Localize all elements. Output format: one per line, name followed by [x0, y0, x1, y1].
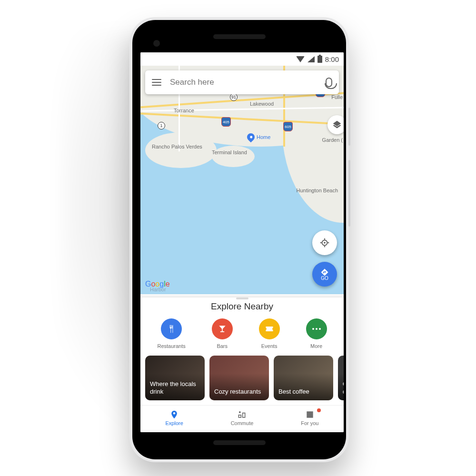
highway-shield: 405 [221, 117, 231, 127]
category-label: Events [261, 343, 278, 349]
home-pin[interactable]: Home [247, 133, 270, 141]
screen: 8:00 Manhattan Beach Compton Torrance La… [140, 52, 344, 432]
highway-shield: 1 [158, 122, 165, 129]
wifi-icon [296, 56, 305, 62]
go-label: GO [321, 276, 328, 281]
locate-button[interactable] [312, 230, 337, 255]
city-label: Huntington Beach [297, 188, 338, 193]
city-label: Rancho Palos Verdes [152, 144, 202, 149]
phone-frame: 8:00 Manhattan Beach Compton Torrance La… [129, 17, 349, 462]
status-time: 8:00 [325, 55, 339, 63]
map-canvas[interactable]: Manhattan Beach Compton Torrance Lakewoo… [140, 66, 344, 294]
city-label: Fulle [331, 94, 343, 100]
sheet-handle[interactable] [236, 298, 248, 299]
hamburger-menu-icon[interactable] [152, 79, 161, 86]
suggestion-card[interactable]: Cozy restaurants [209, 356, 269, 400]
category-more[interactable]: More [306, 318, 327, 349]
category-bars[interactable]: Bars [212, 318, 233, 349]
city-label: Lakewood [250, 101, 274, 107]
city-label: Terminal Island [212, 149, 247, 155]
category-restaurants[interactable]: Restaurants [157, 318, 185, 349]
svg-point-1 [324, 242, 326, 244]
pin-icon [169, 410, 179, 419]
highway-shield: 91 [230, 93, 238, 101]
category-label: Bars [217, 343, 228, 349]
search-input[interactable] [170, 78, 317, 87]
dots-icon [312, 328, 321, 330]
suggestion-card[interactable]: Ou dr [338, 356, 344, 400]
voice-search-icon[interactable] [326, 78, 332, 87]
ticket-icon [265, 324, 274, 334]
suggestion-card[interactable]: Best coffee [274, 356, 333, 400]
city-label: Garden ( [322, 137, 343, 143]
battery-icon [317, 56, 322, 63]
suggestion-card[interactable]: Where the locals drink [145, 356, 205, 400]
tab-for-you[interactable]: For you [276, 406, 344, 430]
commute-icon [237, 410, 247, 419]
status-bar: 8:00 [140, 52, 344, 66]
search-bar[interactable] [145, 70, 339, 94]
notification-badge [317, 408, 321, 412]
sparkle-icon [305, 410, 315, 419]
highway-shield: 605 [283, 122, 293, 131]
category-events[interactable]: Events [259, 318, 280, 349]
android-nav-bar [140, 430, 344, 432]
pin-icon [246, 132, 257, 143]
fork-knife-icon [167, 324, 176, 334]
cell-signal-icon [307, 56, 315, 62]
suggestion-cards[interactable]: Where the locals drink Cozy restaurants … [140, 356, 344, 405]
crosshair-icon [319, 238, 330, 248]
explore-sheet[interactable]: Explore Nearby Restaurants Bars Events [140, 298, 344, 430]
category-label: Restaurants [157, 343, 185, 349]
cocktail-icon [218, 324, 227, 334]
google-logo: Google [145, 280, 170, 288]
tab-commute[interactable]: Commute [208, 406, 276, 430]
directions-go-button[interactable]: GO [312, 262, 337, 287]
layers-icon [332, 120, 342, 129]
sheet-title: Explore Nearby [140, 301, 344, 312]
home-label: Home [257, 134, 270, 140]
category-label: More [310, 343, 322, 349]
bottom-nav: Explore Commute For you [140, 405, 344, 430]
city-label: Torrance [174, 108, 194, 113]
layers-button[interactable] [327, 115, 344, 134]
tab-explore[interactable]: Explore [140, 406, 208, 430]
